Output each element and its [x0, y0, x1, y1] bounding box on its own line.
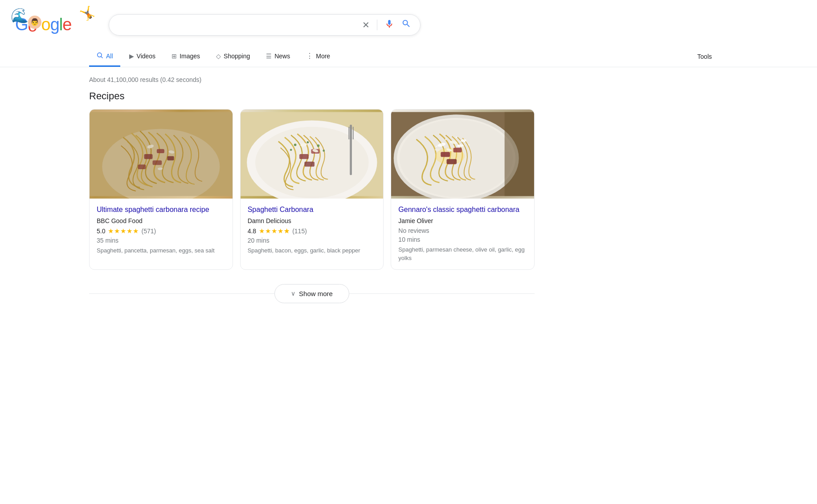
recipe-card-damn-delicious[interactable]: Spaghetti Carbonara Damn Delicious 4.8 ★… [240, 109, 384, 270]
recipe-cards-container: Ultimate spaghetti carbonara recipe BBC … [89, 109, 535, 270]
recipe-ingredients-jamie: Spaghetti, parmesan cheese, olive oil, g… [398, 246, 527, 262]
search-divider [377, 20, 377, 30]
svg-point-47 [456, 137, 457, 138]
svg-point-48 [464, 141, 466, 142]
svg-rect-37 [441, 152, 450, 157]
clear-icon[interactable]: ✕ [360, 18, 372, 32]
svg-line-1 [101, 57, 102, 58]
recipe-title-bbc[interactable]: Ultimate spaghetti carbonara recipe [97, 205, 225, 215]
recipe-rating-bbc: 5.0 ★ ★ ★ ★ ★ (571) [97, 227, 225, 235]
svg-point-49 [436, 146, 437, 147]
tab-shopping[interactable]: ◇ Shopping [209, 47, 257, 66]
star-3: ★ [271, 227, 277, 235]
search-container: spaghetti carbonara recipe ✕ [109, 14, 421, 36]
svg-point-50 [468, 144, 470, 146]
tab-more-label: More [316, 53, 330, 60]
stars-damn: ★ ★ ★ ★ ★ ★ [259, 227, 290, 235]
search-bar: spaghetti carbonara recipe ✕ [109, 14, 421, 36]
recipe-card-content-bbc: Ultimate spaghetti carbonara recipe BBC … [90, 199, 233, 262]
tab-videos-label: Videos [137, 53, 156, 60]
show-more-button[interactable]: ∨ Show more [274, 284, 349, 303]
svg-rect-51 [505, 112, 534, 196]
recipe-time-damn: 20 mins [248, 237, 376, 244]
tab-images-label: Images [180, 53, 200, 60]
tab-all-label: All [106, 53, 113, 60]
tab-videos[interactable]: ▶ Videos [122, 47, 163, 66]
section-heading: Recipes [89, 90, 535, 102]
shopping-icon: ◇ [216, 53, 221, 60]
recipe-ingredients-damn: Spaghetti, bacon, eggs, garlic, black pe… [248, 247, 376, 255]
star-2: ★ [114, 227, 120, 235]
star-1: ★ [259, 227, 265, 235]
results-area: About 41,100,000 results (0.42 seconds) … [0, 67, 624, 303]
results-count: About 41,100,000 results (0.42 seconds) [89, 67, 535, 90]
svg-rect-12 [90, 112, 233, 196]
recipe-reviews-damn: (115) [292, 228, 307, 235]
star-4: ★ [127, 227, 132, 235]
star-5-partial: ★ ★ [284, 227, 290, 235]
tab-shopping-label: Shopping [224, 53, 250, 60]
recipe-image-damn-delicious [241, 110, 384, 199]
all-search-icon [96, 52, 103, 60]
recipe-card-jamie[interactable]: Gennaro's classic spaghetti carbonara Ja… [391, 109, 535, 270]
doodle-wave-icon: 🌊 [11, 7, 29, 24]
header: 🌊 G o 👨 o g l e 🤸 spaghetti carbonara re… [0, 0, 817, 46]
recipe-source-jamie: Jamie Oliver [398, 217, 527, 224]
svg-point-46 [445, 138, 447, 140]
rating-number-bbc: 5.0 [97, 228, 105, 235]
recipe-image-jamie [391, 110, 534, 199]
tools-label: Tools [697, 53, 712, 60]
images-icon: ⊞ [172, 53, 177, 60]
recipe-card-content-jamie: Gennaro's classic spaghetti carbonara Ja… [391, 199, 534, 269]
rating-number-damn: 4.8 [248, 228, 256, 235]
search-input[interactable]: spaghetti carbonara recipe [116, 21, 357, 29]
svg-rect-30 [241, 112, 384, 196]
news-icon: ☰ [266, 53, 272, 60]
recipe-reviews-bbc: (571) [141, 228, 156, 235]
no-reviews-text-jamie: No reviews [398, 227, 429, 234]
recipe-title-jamie[interactable]: Gennaro's classic spaghetti carbonara [398, 205, 527, 215]
tab-more[interactable]: ⋮ More [299, 46, 337, 67]
google-logo[interactable]: 🌊 G o 👨 o g l e 🤸 [11, 7, 100, 43]
star-4: ★ [278, 227, 283, 235]
show-more-container: ∨ Show more [89, 284, 535, 303]
star-3: ★ [120, 227, 126, 235]
tab-news-label: News [274, 53, 290, 60]
stars-bbc: ★ ★ ★ ★ ★ [108, 227, 139, 235]
svg-rect-39 [447, 159, 457, 164]
tools-button[interactable]: Tools [690, 48, 719, 65]
recipe-ingredients-bbc: Spaghetti, pancetta, parmesan, eggs, sea… [97, 247, 225, 255]
star-1: ★ [108, 227, 114, 235]
tab-all[interactable]: All [89, 46, 120, 67]
svg-rect-38 [453, 148, 462, 152]
doodle-figure-icon: 🤸 [79, 5, 95, 21]
recipe-rating-damn: 4.8 ★ ★ ★ ★ ★ ★ (115) [248, 227, 376, 235]
recipe-image-bbc [90, 110, 233, 199]
recipe-source-damn: Damn Delicious [248, 217, 376, 224]
tab-news[interactable]: ☰ News [259, 47, 297, 66]
star-5: ★ [133, 227, 139, 235]
search-submit-icon[interactable] [400, 17, 413, 33]
show-more-label: Show more [299, 290, 333, 297]
recipe-time-bbc: 35 mins [97, 237, 225, 244]
more-dots-icon: ⋮ [306, 52, 313, 60]
video-icon: ▶ [129, 53, 134, 60]
tab-images[interactable]: ⊞ Images [164, 47, 207, 66]
recipe-card-bbc[interactable]: Ultimate spaghetti carbonara recipe BBC … [89, 109, 233, 270]
recipe-title-damn[interactable]: Spaghetti Carbonara [248, 205, 376, 215]
star-2: ★ [265, 227, 271, 235]
recipe-card-content-damn: Spaghetti Carbonara Damn Delicious 4.8 ★… [241, 199, 384, 262]
recipe-no-reviews-jamie: No reviews [398, 227, 527, 234]
chevron-down-icon: ∨ [291, 290, 295, 297]
recipe-time-jamie: 10 mins [398, 236, 527, 243]
nav-tabs: All ▶ Videos ⊞ Images ◇ Shopping ☰ News … [0, 46, 817, 67]
recipe-source-bbc: BBC Good Food [97, 217, 225, 224]
mic-icon[interactable] [383, 17, 396, 33]
